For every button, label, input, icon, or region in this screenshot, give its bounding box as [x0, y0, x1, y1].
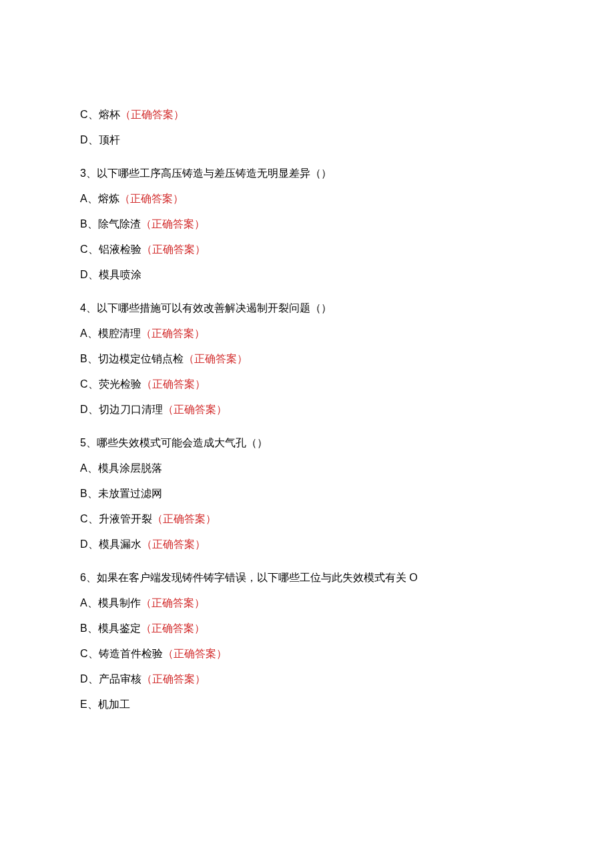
question-text: 哪些失效模式可能会造成大气孔（）	[97, 437, 268, 448]
question-text: 以下哪些措施可以有效改善解决遏制开裂问题（）	[97, 302, 332, 314]
option-text: 铝液检验	[99, 244, 141, 255]
option-line: C、升液管开裂（正确答案）	[80, 511, 534, 527]
option-line: A、模腔清理（正确答案）	[80, 326, 534, 342]
correct-answer-label: （正确答案）	[141, 538, 206, 550]
option-text: 铸造首件检验	[99, 648, 163, 659]
option-text: 模具制作	[98, 597, 141, 608]
document-content: C、熔杯（正确答案）D、顶杆3、以下哪些工序高压铸造与差压铸造无明显差异（）A、…	[80, 107, 534, 713]
option-letter: C、	[80, 648, 99, 659]
option-line: A、模具涂层脱落	[80, 460, 534, 476]
option-text: 切边刀口清理	[99, 404, 163, 415]
option-line: C、铸造首件检验（正确答案）	[80, 646, 534, 662]
option-text: 模具鉴定	[98, 622, 141, 634]
correct-answer-label: （正确答案）	[141, 597, 205, 608]
question-line: 6、如果在客户端发现铸件铸字错误，以下哪些工位与此失效模式有关 O	[80, 570, 534, 586]
option-text: 机加工	[98, 699, 130, 710]
option-letter: C、	[80, 378, 99, 390]
option-line: A、熔炼（正确答案）	[80, 191, 534, 207]
question-line: 3、以下哪些工序高压铸造与差压铸造无明显差异（）	[80, 165, 534, 181]
option-line: D、产品审核（正确答案）	[80, 671, 534, 687]
option-text: 模具涂层脱落	[98, 462, 162, 474]
option-text: 未放置过滤网	[98, 488, 162, 499]
option-line: B、除气除渣（正确答案）	[80, 216, 534, 232]
correct-answer-label: （正确答案）	[141, 328, 205, 339]
correct-answer-label: （正确答案）	[163, 648, 227, 659]
option-letter: E、	[80, 699, 98, 710]
option-letter: B、	[80, 353, 98, 364]
option-text: 荧光检验	[99, 378, 141, 390]
option-letter: D、	[80, 404, 99, 415]
question-number: 4、	[80, 302, 97, 314]
option-line: C、熔杯（正确答案）	[80, 107, 534, 123]
question-number: 6、	[80, 572, 97, 583]
correct-answer-label: （正确答案）	[184, 353, 248, 364]
option-letter: D、	[80, 673, 99, 685]
option-text: 顶杆	[99, 134, 120, 145]
option-letter: A、	[80, 193, 98, 204]
option-line: C、荧光检验（正确答案）	[80, 376, 534, 392]
correct-answer-label: （正确答案）	[120, 109, 184, 120]
option-text: 除气除渣	[98, 218, 141, 230]
option-line: B、未放置过滤网	[80, 486, 534, 502]
option-letter: D、	[80, 134, 99, 145]
option-letter: A、	[80, 597, 98, 608]
option-line: E、机加工	[80, 697, 534, 713]
question-text: 如果在客户端发现铸件铸字错误，以下哪些工位与此失效模式有关 O	[97, 572, 418, 583]
correct-answer-label: （正确答案）	[141, 673, 206, 685]
question-number: 3、	[80, 167, 97, 179]
option-line: B、模具鉴定（正确答案）	[80, 620, 534, 636]
option-letter: D、	[80, 269, 99, 280]
correct-answer-label: （正确答案）	[163, 404, 227, 415]
option-line: A、模具制作（正确答案）	[80, 595, 534, 611]
option-letter: D、	[80, 538, 99, 550]
option-line: D、模具喷涂	[80, 267, 534, 283]
question-line: 4、以下哪些措施可以有效改善解决遏制开裂问题（）	[80, 300, 534, 316]
option-text: 熔炼	[98, 193, 119, 204]
option-letter: C、	[80, 109, 99, 120]
option-letter: A、	[80, 462, 98, 474]
option-line: D、切边刀口清理（正确答案）	[80, 402, 534, 418]
option-text: 模具漏水	[99, 538, 141, 550]
option-line: C、铝液检验（正确答案）	[80, 242, 534, 258]
correct-answer-label: （正确答案）	[141, 244, 206, 255]
option-letter: B、	[80, 218, 98, 230]
correct-answer-label: （正确答案）	[141, 622, 205, 634]
option-text: 熔杯	[99, 109, 120, 120]
question-text: 以下哪些工序高压铸造与差压铸造无明显差异（）	[97, 167, 332, 179]
question-line: 5、哪些失效模式可能会造成大气孔（）	[80, 435, 534, 451]
option-letter: C、	[80, 244, 99, 255]
option-text: 产品审核	[99, 673, 141, 685]
option-line: D、模具漏水（正确答案）	[80, 536, 534, 552]
option-line: D、顶杆	[80, 132, 534, 148]
correct-answer-label: （正确答案）	[141, 218, 205, 230]
option-letter: C、	[80, 513, 99, 524]
correct-answer-label: （正确答案）	[119, 193, 184, 204]
option-text: 模具喷涂	[99, 269, 141, 280]
option-text: 切边模定位销点检	[98, 353, 184, 364]
option-line: B、切边模定位销点检（正确答案）	[80, 351, 534, 367]
correct-answer-label: （正确答案）	[141, 378, 206, 390]
correct-answer-label: （正确答案）	[152, 513, 216, 524]
option-letter: B、	[80, 622, 98, 634]
question-number: 5、	[80, 437, 97, 448]
option-text: 模腔清理	[98, 328, 141, 339]
option-text: 升液管开裂	[99, 513, 152, 524]
option-letter: B、	[80, 488, 98, 499]
option-letter: A、	[80, 328, 98, 339]
